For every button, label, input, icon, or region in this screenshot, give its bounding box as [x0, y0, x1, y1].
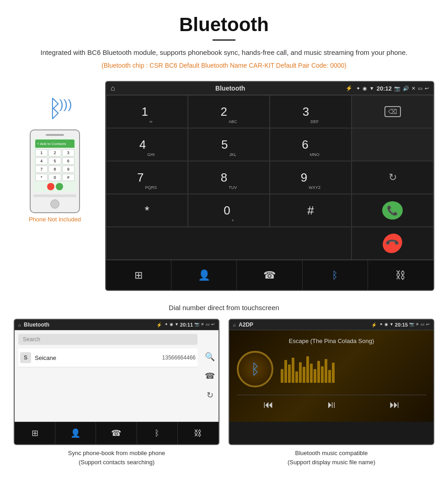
music-content: Escape (The Pina Colada Song) ᛒ: [229, 330, 433, 422]
dial-key-star[interactable]: *: [106, 194, 188, 227]
mu-window-icon: ▭: [421, 322, 425, 327]
contact-row[interactable]: S Seicane 13566664466: [18, 349, 197, 367]
wifi-waves-icon: ))): [59, 97, 72, 112]
dial-caption: Dial number direct from touchscreen: [0, 300, 448, 319]
mu-loc-icon: ◉: [384, 322, 388, 327]
dialpad: 1∞ 2ABC 3DEF ⌫ 4GHI 5JKL 6MNO 7PQRS 8TUV…: [106, 95, 433, 260]
window-icon: ▭: [418, 86, 422, 91]
phone-key-0: 0: [48, 174, 61, 181]
phonebook-caption-line1: Sync phone-book from mobile phone: [68, 450, 165, 456]
dial-key-5[interactable]: 5JKL: [188, 128, 270, 161]
location-icon: ◉: [363, 86, 367, 91]
pb-window-icon: ▭: [206, 322, 210, 327]
phone-label: Phone Not Included: [29, 216, 81, 223]
back-icon: ↩: [425, 86, 429, 91]
pb-home-icon: ⌂: [18, 322, 21, 327]
phone-key-8: 8: [48, 166, 61, 173]
album-bluetooth-icon: ᛒ: [251, 361, 260, 378]
dial-key-9[interactable]: 9WXYZ: [270, 161, 352, 194]
mu-bt-icon: ✦: [379, 322, 383, 327]
phone-key-7: 7: [35, 166, 48, 173]
dial-key-3[interactable]: 3DEF: [270, 95, 352, 128]
phone-home-button: [50, 199, 59, 209]
phone-key-star: *: [35, 174, 48, 181]
album-art: ᛒ: [237, 351, 273, 387]
bottom-nav-bluetooth[interactable]: ᛒ: [303, 260, 368, 290]
page-header: Bluetooth Integrated with BC6 Bluetooth …: [0, 0, 448, 81]
music-caption-line2: (Support display music file name): [288, 459, 375, 466]
phone-key-1: 1: [35, 149, 48, 156]
dial-key-4[interactable]: 4GHI: [106, 128, 188, 161]
pb-nav-bluetooth[interactable]: ᛒ: [137, 422, 178, 444]
dial-key-2[interactable]: 2ABC: [188, 95, 270, 128]
music-playpause-button[interactable]: ⏯: [326, 399, 336, 411]
pb-nav-phone[interactable]: ☎: [96, 422, 137, 444]
bottom-nav-grid[interactable]: ⊞: [106, 260, 171, 290]
wifi-icon: ▼: [369, 86, 374, 91]
car-time: 20:12: [377, 85, 392, 92]
pb-nav-contacts[interactable]: 👤: [55, 422, 96, 444]
phone-screen-header: + Add to Contacts: [35, 140, 75, 148]
page-subtitle: Integrated with BC6 Bluetooth module, su…: [9, 47, 439, 58]
bottom-nav-phone[interactable]: ☎: [237, 260, 302, 290]
usb-icon: ⚡: [346, 85, 352, 91]
pb-loc-icon: ◉: [170, 322, 173, 327]
music-prev-button[interactable]: ⏮: [263, 399, 273, 411]
pb-cam-icon: 📷: [194, 322, 199, 327]
bt-status-icon: ✦: [356, 86, 360, 91]
dial-key-6[interactable]: 6MNO: [270, 128, 352, 161]
viz-bar-10: [314, 369, 316, 383]
mu-usb-icon: ⚡: [371, 322, 377, 327]
viz-bar-14: [328, 370, 331, 383]
music-controls: ⏮ ⏯ ⏭: [237, 395, 426, 414]
x-icon: ✕: [411, 86, 416, 91]
pb-search-icon[interactable]: 🔍: [205, 352, 215, 362]
music-next-button[interactable]: ⏭: [389, 399, 400, 411]
car-status-bar: ⌂ Bluetooth ⚡ ✦ ◉ ▼ 20:12 📷 🔊 ✕ ▭ ↩: [106, 82, 433, 95]
pb-wifi-icon: ▼: [175, 322, 179, 327]
dial-empty-5a: [106, 227, 352, 260]
dial-key-8[interactable]: 8TUV: [188, 161, 270, 194]
bottom-nav-contacts[interactable]: 👤: [171, 260, 237, 290]
dial-key-hash[interactable]: #: [270, 194, 352, 227]
viz-bar-11: [317, 361, 320, 383]
phone-key-5: 5: [48, 157, 61, 165]
bluetooth-icon-wrap: ᛒ ))): [48, 95, 62, 122]
camera-icon: 📷: [394, 86, 400, 91]
pb-sync-icon[interactable]: ↻: [207, 390, 213, 400]
home-icon: ⌂: [111, 84, 115, 92]
dial-key-1[interactable]: 1∞: [106, 95, 188, 128]
mu-time: 20:15: [395, 322, 408, 327]
phone-key-2: 2: [48, 149, 61, 156]
phone-key-3: 3: [62, 149, 75, 156]
dial-empty-1: ⌫: [352, 95, 433, 128]
page-specs: (Bluetooth chip : CSR BC6 Default Blueto…: [9, 62, 439, 69]
bottom-nav-link[interactable]: ⛓: [368, 260, 433, 290]
dial-key-7[interactable]: 7PQRS: [106, 161, 188, 194]
phonebook-screen: ⌂ Bluetooth ⚡ ✦ ◉ ▼ 20:11 📷 ✕ ▭ ↩: [14, 319, 219, 445]
dial-sync-icon[interactable]: ↻: [352, 161, 433, 194]
phone-screen-label: + Add to Contacts: [37, 142, 66, 146]
contact-number: 13566664466: [162, 354, 196, 361]
music-status-bar: ⌂ A2DP ⚡ ✦ ◉ ▼ 20:15 📷 ✕ ▭ ↩: [229, 320, 433, 330]
search-bar[interactable]: Search: [18, 334, 197, 345]
title-underline: [213, 39, 235, 41]
phone-key-9: 9: [62, 166, 75, 173]
mu-status-icons: ✦ ◉ ▼ 20:15 📷 ✕ ▭ ↩: [379, 322, 430, 327]
call-green-button[interactable]: 📞: [352, 194, 433, 227]
pb-call-icon[interactable]: ☎: [205, 371, 215, 381]
phonebook-caption: Sync phone-book from mobile phone (Suppo…: [14, 445, 219, 470]
pb-back-icon: ↩: [211, 322, 215, 327]
pb-screen-title: Bluetooth: [24, 322, 154, 328]
viz-bar-1: [281, 369, 283, 383]
dial-key-0[interactable]: 0+: [188, 194, 270, 227]
delete-icon[interactable]: ⌫: [384, 106, 401, 117]
pb-nav-grid[interactable]: ⊞: [15, 422, 55, 444]
call-red-button[interactable]: 📞: [352, 227, 433, 260]
viz-bar-12: [321, 366, 324, 383]
dialpad-bottom-nav: ⊞ 👤 ☎ ᛒ ⛓: [106, 260, 433, 290]
pb-nav-link[interactable]: ⛓: [178, 422, 219, 444]
pb-side-icons: 🔍 ☎ ↻: [201, 330, 219, 422]
mu-back-icon: ↩: [426, 322, 430, 327]
call-red-icon: 📞: [379, 230, 406, 257]
